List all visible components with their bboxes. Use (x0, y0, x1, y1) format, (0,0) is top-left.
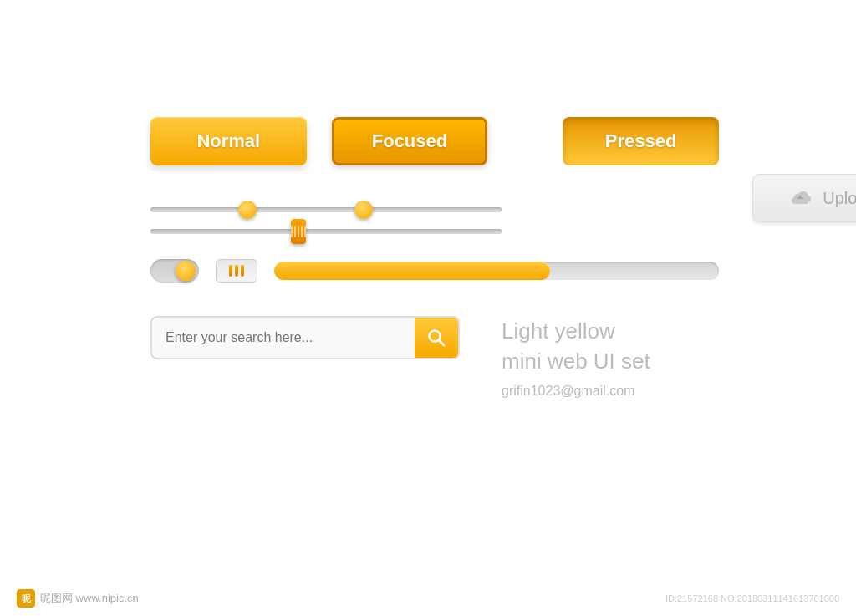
toggle-knob (176, 261, 196, 281)
upload-button[interactable]: Upload (752, 174, 856, 222)
branding-section: Light yellowmini web UI set grifin1023@g… (502, 316, 650, 400)
grip-line-2 (298, 226, 299, 237)
watermark-id: ID:21572168 NO:20180311141613701000 (665, 593, 839, 603)
toggle-switch[interactable] (150, 259, 199, 283)
buttons-row: Normal Focused Pressed Upload (150, 117, 719, 165)
nipic-logo: 昵 昵图网 www.nipic.cn (17, 589, 139, 608)
progress-fill (274, 262, 550, 280)
upload-label: Upload (823, 189, 856, 208)
pressed-button[interactable]: Pressed (563, 117, 719, 165)
focused-button[interactable]: Focused (332, 117, 488, 165)
nipic-logo-icon: 昵 (17, 589, 35, 608)
main-container: Normal Focused Pressed Upload (150, 117, 719, 400)
nipic-text: 昵图网 www.nipic.cn (40, 591, 139, 606)
slider-row-2 (150, 229, 719, 234)
search-input[interactable] (152, 318, 415, 358)
range-bar-2 (235, 265, 238, 277)
search-box (150, 316, 460, 359)
slider-track-2[interactable] (150, 229, 502, 234)
grip-line-1 (294, 226, 296, 237)
range-widget[interactable] (216, 259, 257, 283)
slider-thumb-right[interactable] (354, 201, 373, 219)
cloud-upload-icon (787, 187, 813, 209)
branding-title: Light yellowmini web UI set (502, 316, 650, 377)
branding-email: grifin1023@gmail.com (502, 382, 650, 400)
grip-line-3 (301, 226, 303, 237)
slider-track-1[interactable] (150, 207, 502, 212)
range-bar-1 (229, 265, 232, 277)
search-icon (427, 328, 446, 347)
slider-thumb-left[interactable] (238, 201, 257, 219)
range-bar-3 (241, 265, 244, 277)
search-button[interactable] (415, 318, 458, 358)
bottom-row: Light yellowmini web UI set grifin1023@g… (150, 316, 719, 400)
slider-thumb-rect[interactable] (291, 219, 306, 244)
slider-row-1 (150, 207, 719, 212)
svg-line-3 (439, 340, 444, 345)
normal-button[interactable]: Normal (150, 117, 307, 165)
sliders-section (150, 207, 719, 234)
watermark-area: 昵 昵图网 www.nipic.cn ID:21572168 NO:201803… (0, 589, 856, 608)
controls-row (150, 259, 719, 283)
progress-track[interactable] (274, 262, 719, 280)
